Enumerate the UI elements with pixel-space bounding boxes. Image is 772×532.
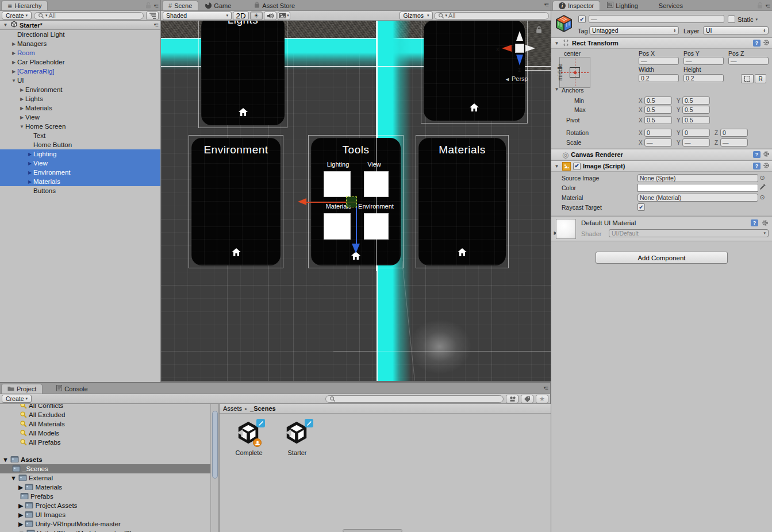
scene-lighting-toggle[interactable]: ☀ bbox=[250, 11, 263, 20]
search-by-label-icon[interactable] bbox=[521, 395, 533, 403]
favorite-all-excluded[interactable]: All Excluded bbox=[0, 410, 210, 419]
active-checkbox[interactable]: ✔ bbox=[578, 16, 586, 23]
scene-viewport[interactable]: Lights Environment Tools Lighting View M… bbox=[161, 21, 551, 381]
anchor-preset-widget[interactable]: middle bbox=[559, 57, 590, 88]
tools-button-lighting[interactable] bbox=[324, 171, 351, 197]
favorite-all-materials[interactable]: All Materials bbox=[0, 419, 210, 429]
anchors-min-y-field[interactable]: 0.5 bbox=[682, 97, 710, 105]
hierarchy-item-lights[interactable]: ▶Lights bbox=[0, 94, 160, 103]
draw-mode-dropdown[interactable]: Shaded ▾ bbox=[163, 11, 232, 20]
ui-panel-lights[interactable]: Lights bbox=[201, 21, 285, 125]
view-gizmo-z-cone-icon[interactable] bbox=[516, 55, 523, 65]
tools-button-materials[interactable] bbox=[324, 213, 351, 240]
ui-panel-top-right[interactable] bbox=[424, 21, 525, 121]
folder-project-assets[interactable]: ▶Project Assets bbox=[0, 501, 210, 510]
breadcrumb-scenes[interactable]: _Scenes bbox=[250, 405, 276, 412]
fold-closed-icon[interactable]: ▶ bbox=[10, 60, 17, 65]
folder-prefabs[interactable]: Prefabs bbox=[0, 492, 210, 501]
scene-menu-icon[interactable]: ▾≡ bbox=[154, 22, 158, 28]
move-gizmo-center-handle[interactable] bbox=[346, 196, 357, 207]
color-swatch[interactable] bbox=[637, 184, 758, 192]
material-field[interactable]: None (Material) bbox=[637, 194, 758, 202]
fold-closed-icon[interactable]: ▶ bbox=[26, 152, 33, 157]
view-gizmo-cube-icon[interactable] bbox=[515, 44, 524, 53]
hierarchy-item-text[interactable]: Text bbox=[0, 131, 160, 140]
help-icon[interactable]: ? bbox=[753, 151, 761, 158]
fold-open-icon[interactable]: ▼ bbox=[18, 124, 25, 129]
hierarchy-search-input[interactable]: ▾ All bbox=[34, 12, 144, 20]
project-tree-scrollbar[interactable] bbox=[210, 404, 218, 532]
gear-icon[interactable] bbox=[763, 151, 770, 159]
static-group[interactable]: Static ▾ bbox=[728, 16, 758, 23]
favorite-all-prefabs[interactable]: All Prefabs bbox=[0, 438, 210, 447]
create-button[interactable]: Create ▾ bbox=[2, 395, 32, 403]
hierarchy-item-room[interactable]: ▶Room bbox=[0, 48, 160, 57]
name-field[interactable]: — bbox=[589, 15, 724, 23]
folder-ui-images[interactable]: ▶UI Images bbox=[0, 510, 210, 519]
lock-icon[interactable] bbox=[536, 26, 542, 34]
pivot-y-field[interactable]: 0.5 bbox=[682, 116, 710, 124]
panel-menu-icon[interactable]: ▾≡ bbox=[766, 3, 770, 9]
panel-menu-icon[interactable]: ▾≡ bbox=[154, 3, 158, 9]
scrollbar-thumb[interactable] bbox=[212, 411, 218, 479]
hierarchy-item-environment[interactable]: ▶Environment bbox=[0, 168, 160, 177]
shader-dropdown[interactable]: UI/Default ▾ bbox=[609, 229, 769, 237]
folder-materials[interactable]: ▶Materials bbox=[0, 483, 210, 492]
fold-closed-icon[interactable]: ▶ bbox=[18, 502, 23, 510]
tab-asset-store[interactable]: Asset Store bbox=[248, 1, 301, 10]
fold-closed-icon[interactable]: ▶ bbox=[18, 115, 25, 120]
hierarchy-item-materials[interactable]: ▶Materials bbox=[0, 177, 160, 186]
fold-open-icon[interactable]: ▼ bbox=[2, 456, 9, 463]
view-gizmo-x-cone-icon[interactable] bbox=[502, 45, 512, 52]
height-field[interactable]: 0.2 bbox=[683, 74, 724, 82]
static-checkbox[interactable] bbox=[728, 16, 735, 23]
favorites-star-icon[interactable]: ★ bbox=[536, 395, 548, 403]
help-icon[interactable]: ? bbox=[751, 219, 758, 226]
gizmos-dropdown[interactable]: Gizmos ▾ bbox=[400, 11, 432, 20]
search-by-type-icon[interactable] bbox=[506, 395, 518, 403]
anchors-min-x-field[interactable]: 0.5 bbox=[644, 97, 672, 105]
folder-external[interactable]: ▼External bbox=[0, 473, 210, 483]
pos-x-field[interactable]: — bbox=[639, 57, 679, 65]
fold-open-icon[interactable]: ▼ bbox=[2, 22, 9, 28]
asset-item-complete[interactable]: Complete bbox=[228, 421, 270, 456]
breadcrumb-assets[interactable]: Assets bbox=[223, 405, 242, 412]
2d-toggle[interactable]: 2D bbox=[233, 11, 249, 20]
gear-icon[interactable] bbox=[763, 39, 770, 47]
layer-dropdown[interactable]: UI ▲▼ bbox=[703, 26, 769, 34]
fold-closed-icon[interactable]: ▶ bbox=[10, 41, 17, 47]
fold-closed-icon[interactable]: ▶ bbox=[18, 511, 23, 519]
object-picker-icon[interactable]: ⊙ bbox=[758, 174, 766, 182]
hierarchy-item-camerarig[interactable]: ▶[CameraRig] bbox=[0, 67, 160, 76]
tab-game[interactable]: Game bbox=[199, 1, 237, 10]
raw-edit-mode-button[interactable]: R bbox=[755, 74, 766, 83]
fold-open-icon[interactable]: ▼ bbox=[554, 164, 560, 169]
ui-panel-materials[interactable]: Materials bbox=[418, 138, 506, 265]
fold-closed-icon[interactable]: ▶ bbox=[26, 161, 33, 166]
scene-audio-toggle[interactable] bbox=[264, 11, 276, 20]
anchors-max-x-field[interactable]: 0.5 bbox=[644, 106, 672, 114]
component-enabled-checkbox[interactable]: ✔ bbox=[573, 163, 581, 170]
fold-closed-icon[interactable]: ▶ bbox=[18, 484, 23, 491]
perspective-toggle[interactable]: ◄ Persp bbox=[505, 75, 528, 82]
fold-closed-icon[interactable]: ▶ bbox=[26, 170, 33, 175]
anchors-max-y-field[interactable]: 0.5 bbox=[682, 106, 710, 114]
project-search-input[interactable] bbox=[325, 395, 504, 403]
fold-open-icon[interactable]: ▼ bbox=[18, 530, 25, 532]
favorite-all-models[interactable]: All Models bbox=[0, 429, 210, 438]
panel-menu-icon[interactable]: ▾≡ bbox=[544, 385, 548, 391]
panel-menu-icon[interactable]: ▾≡ bbox=[544, 2, 548, 8]
folder-unity-vrinputmodule-master-2[interactable]: ▼Unity-VRInputModule-master (2) bbox=[0, 529, 210, 532]
hierarchy-item-buttons[interactable]: Buttons bbox=[0, 186, 160, 195]
tab-services[interactable]: Services bbox=[653, 1, 689, 10]
fold-open-icon[interactable]: ▼ bbox=[554, 41, 560, 46]
gear-icon[interactable] bbox=[763, 162, 770, 170]
scale-z-field[interactable]: — bbox=[720, 138, 748, 147]
hierarchy-item-materials[interactable]: ▶Materials bbox=[0, 103, 160, 113]
raycast-target-checkbox[interactable]: ✔ bbox=[637, 203, 645, 211]
hierarchy-item-environment[interactable]: ▶Environment bbox=[0, 85, 160, 94]
horizontal-scrollbar-thumb[interactable] bbox=[343, 529, 402, 532]
pivot-x-field[interactable]: 0.5 bbox=[644, 116, 672, 124]
scene-header[interactable]: ▼ Starter* ▾≡ bbox=[0, 21, 160, 30]
folder-scenes[interactable]: _Scenes bbox=[0, 464, 210, 473]
